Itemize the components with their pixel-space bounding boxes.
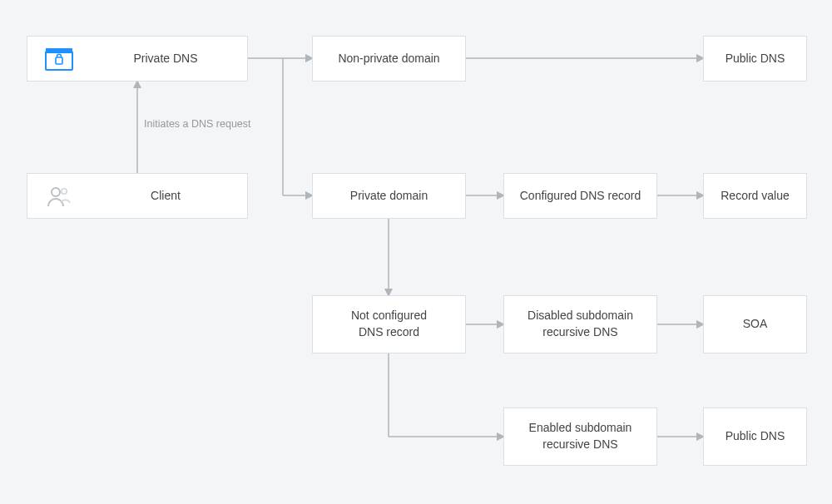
svg-point-17 bbox=[52, 188, 60, 196]
node-label: Enabled subdomain recursive DNS bbox=[529, 420, 632, 452]
node-label: Disabled subdomain recursive DNS bbox=[527, 308, 633, 340]
node-disabled-recursive: Disabled subdomain recursive DNS bbox=[503, 295, 657, 353]
node-configured-record: Configured DNS record bbox=[503, 173, 657, 219]
svg-point-18 bbox=[62, 188, 67, 193]
node-label: Record value bbox=[721, 188, 790, 205]
node-label: Private DNS bbox=[91, 51, 240, 67]
svg-rect-16 bbox=[56, 57, 62, 64]
node-label: Public DNS bbox=[726, 51, 785, 67]
node-label: Not configured DNS record bbox=[351, 308, 427, 340]
private-dns-icon bbox=[42, 47, 76, 71]
node-label: Public DNS bbox=[726, 428, 785, 445]
node-not-configured: Not configured DNS record bbox=[312, 295, 466, 353]
svg-rect-15 bbox=[46, 48, 72, 53]
node-label: Non-private domain bbox=[338, 51, 439, 67]
node-label: Private domain bbox=[350, 188, 428, 205]
edge-label-client-to-privatedns: Initiates a DNS request bbox=[144, 118, 251, 130]
node-label: Configured DNS record bbox=[520, 188, 641, 205]
node-public-dns-bottom: Public DNS bbox=[703, 408, 807, 466]
node-non-private-domain: Non-private domain bbox=[312, 36, 466, 82]
node-private-dns: Private DNS bbox=[27, 36, 248, 82]
node-client: Client bbox=[27, 173, 248, 219]
node-soa: SOA bbox=[703, 295, 807, 353]
node-public-dns-top: Public DNS bbox=[703, 36, 807, 82]
node-label: Client bbox=[91, 188, 240, 205]
node-label: SOA bbox=[743, 316, 768, 333]
client-icon bbox=[42, 185, 76, 208]
node-enabled-recursive: Enabled subdomain recursive DNS bbox=[503, 408, 657, 466]
node-private-domain: Private domain bbox=[312, 173, 466, 219]
node-record-value: Record value bbox=[703, 173, 807, 219]
